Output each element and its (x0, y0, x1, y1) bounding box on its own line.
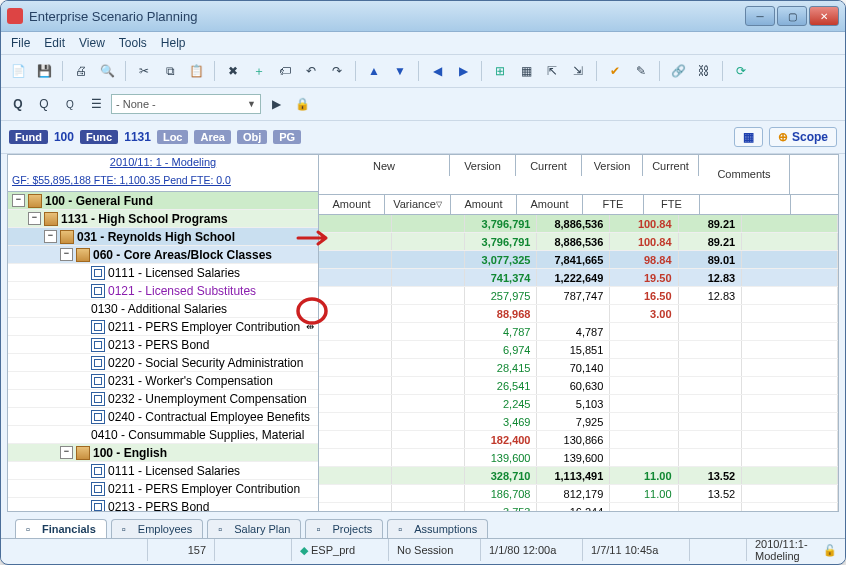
minimize-button[interactable]: ─ (745, 6, 775, 26)
tree-row[interactable]: 0211 - PERS Employer Contribution (8, 480, 318, 498)
cell-comments[interactable] (742, 431, 838, 448)
grid-row[interactable]: 328,7101,113,49111.0013.52 (319, 467, 838, 485)
summary-link[interactable]: GF: $55,895,188 FTE: 1,100.35 Pend FTE: … (12, 174, 231, 186)
tree-row[interactable]: −031 - Reynolds High School (8, 228, 318, 246)
cell-comments[interactable] (742, 503, 838, 511)
tree-row[interactable]: 0121 - Licensed Substitutes (8, 282, 318, 300)
cell-comments[interactable] (742, 269, 838, 286)
q-small-icon[interactable]: Q (59, 93, 81, 115)
cell-comments[interactable] (742, 377, 838, 394)
menu-tools[interactable]: Tools (119, 36, 147, 50)
cell-new-amount[interactable] (319, 395, 392, 412)
tree-row[interactable]: −100 - General Fund (8, 192, 318, 210)
cell-comments[interactable] (742, 233, 838, 250)
cell-new-amount[interactable] (319, 485, 392, 502)
cell-new-variance[interactable] (392, 305, 465, 322)
import-icon[interactable]: ⇲ (567, 60, 589, 82)
col-version1[interactable]: Version (450, 155, 516, 176)
tree-row[interactable]: 0232 - Unemployment Compensation (8, 390, 318, 408)
cell-new-amount[interactable] (319, 449, 392, 466)
col-version-fte[interactable]: FTE (583, 194, 644, 214)
cell-new-variance[interactable] (392, 467, 465, 484)
chip-pg[interactable]: PG (273, 130, 301, 144)
cell-new-variance[interactable] (392, 449, 465, 466)
tree-row[interactable]: 0231 - Worker's Compensation (8, 372, 318, 390)
cell-new-variance[interactable] (392, 485, 465, 502)
tree-row[interactable]: 0220 - Social Security Administration (8, 354, 318, 372)
tree-body[interactable]: −100 - General Fund−1131 - High School P… (8, 192, 318, 511)
cell-comments[interactable] (742, 215, 838, 232)
apply-filter-icon[interactable]: ▶ (265, 93, 287, 115)
expand-icon[interactable]: − (44, 230, 57, 243)
tab-assumptions[interactable]: ▫Assumptions (387, 519, 488, 538)
cell-new-variance[interactable] (392, 395, 465, 412)
chip-fund[interactable]: Fund (9, 130, 48, 144)
grid-row[interactable]: 2,2455,103 (319, 395, 838, 413)
cell-new-variance[interactable] (392, 503, 465, 511)
cell-new-variance[interactable] (392, 251, 465, 268)
tree-row[interactable]: 0111 - Licensed Salaries (8, 264, 318, 282)
tab-employees[interactable]: ▫Employees (111, 519, 203, 538)
chip-func[interactable]: Func (80, 130, 118, 144)
save-icon[interactable]: 💾 (33, 60, 55, 82)
cell-new-amount[interactable] (319, 233, 392, 250)
grid-row[interactable]: 186,708812,17911.0013.52 (319, 485, 838, 503)
expand-icon[interactable]: − (12, 194, 25, 207)
expand-icon[interactable]: − (60, 248, 73, 261)
tab-salary-plan[interactable]: ▫Salary Plan (207, 519, 301, 538)
lock-icon[interactable]: 🔒 (291, 93, 313, 115)
cell-comments[interactable] (742, 395, 838, 412)
cell-comments[interactable] (742, 287, 838, 304)
grid-row[interactable]: 139,600139,600 (319, 449, 838, 467)
cell-new-amount[interactable] (319, 359, 392, 376)
cell-comments[interactable] (742, 449, 838, 466)
grid-row[interactable]: 3,796,7918,886,536100.8489.21 (319, 215, 838, 233)
col-new-group[interactable]: New (319, 155, 450, 176)
paste-icon[interactable]: 📋 (185, 60, 207, 82)
menu-file[interactable]: File (11, 36, 30, 50)
cell-new-amount[interactable] (319, 323, 392, 340)
menu-view[interactable]: View (79, 36, 105, 50)
cell-new-amount[interactable] (319, 467, 392, 484)
add-icon[interactable]: ＋ (248, 60, 270, 82)
edit-icon[interactable]: ✎ (630, 60, 652, 82)
tab-projects[interactable]: ▫Projects (305, 519, 383, 538)
undo-icon[interactable]: ↶ (300, 60, 322, 82)
cell-new-amount[interactable] (319, 413, 392, 430)
cell-new-amount[interactable] (319, 341, 392, 358)
tab-financials[interactable]: ▫Financials (15, 519, 107, 538)
cell-new-variance[interactable] (392, 323, 465, 340)
grid-row[interactable]: 28,41570,140 (319, 359, 838, 377)
next-icon[interactable]: ▶ (452, 60, 474, 82)
tree-row[interactable]: −1131 - High School Programs (8, 210, 318, 228)
grid-row[interactable]: 4,7874,787 (319, 323, 838, 341)
grid-icon[interactable]: ▦ (515, 60, 537, 82)
tree-row[interactable]: 0130 - Additional Salaries (8, 300, 318, 318)
col-variance[interactable]: Variance▽ (385, 194, 451, 214)
grid-row[interactable]: 3,077,3257,841,66598.8489.01 (319, 251, 838, 269)
prev-icon[interactable]: ◀ (426, 60, 448, 82)
cell-comments[interactable] (742, 305, 838, 322)
cell-new-variance[interactable] (392, 377, 465, 394)
tree-row[interactable]: 0211 - PERS Employer Contribution⇹ (8, 318, 318, 336)
new-icon[interactable]: 📄 (7, 60, 29, 82)
cell-new-amount[interactable] (319, 287, 392, 304)
col-current2[interactable]: Current (643, 155, 699, 176)
collapse-down-icon[interactable]: ▼ (389, 60, 411, 82)
collapse-up-icon[interactable]: ▲ (363, 60, 385, 82)
cell-comments[interactable] (742, 485, 838, 502)
tree-row[interactable]: −060 - Core Areas/Block Classes (8, 246, 318, 264)
cell-new-amount[interactable] (319, 503, 392, 511)
cell-new-variance[interactable] (392, 431, 465, 448)
chip-loc[interactable]: Loc (157, 130, 189, 144)
grid-row[interactable]: 3,796,7918,886,536100.8489.21 (319, 233, 838, 251)
cell-comments[interactable] (742, 467, 838, 484)
cell-new-amount[interactable] (319, 305, 392, 322)
tag-icon[interactable]: 🏷 (274, 60, 296, 82)
cell-new-amount[interactable] (319, 269, 392, 286)
menu-edit[interactable]: Edit (44, 36, 65, 50)
close-button[interactable]: ✕ (809, 6, 839, 26)
cell-comments[interactable] (742, 359, 838, 376)
preview-icon[interactable]: 🔍 (96, 60, 118, 82)
model-link[interactable]: 2010/11: 1 - Modeling (110, 156, 216, 168)
